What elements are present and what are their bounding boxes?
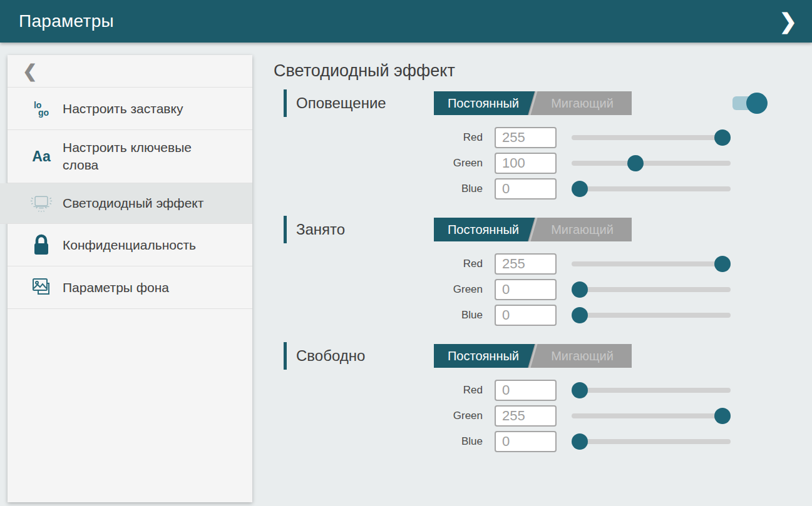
slider-thumb[interactable] [714,256,731,272]
channel-slider-red[interactable] [572,382,731,398]
channel-slider-red[interactable] [572,256,731,272]
content-title: Светодиодный эффект [274,61,812,81]
mode-option-constant-label: Постоянный [448,96,519,111]
channel-value-input-blue[interactable] [495,431,557,452]
sidebar: ❮ logo Настроить заставку Aa Настроить к… [8,55,252,502]
channel-value-input-green[interactable] [495,279,557,300]
sidebar-item-label: Светодиодный эффект [63,195,203,212]
enable-toggle[interactable] [732,92,768,114]
led-sections: Оповещение Постоянный Мигающий Red [274,88,812,452]
channel-slider-blue[interactable] [572,307,731,323]
color-channel-row: Red [426,253,812,275]
mode-option-blinking[interactable]: Мигающий [533,91,632,115]
section-accent-bar [284,216,287,243]
sidebar-item-1[interactable]: logo Настроить заставку [8,88,252,130]
mode-option-constant[interactable]: Постоянный [434,218,533,241]
color-channel-row: Blue [426,305,812,326]
channel-label: Red [426,384,495,397]
channel-slider-green[interactable] [572,281,731,298]
slider-track [572,186,731,191]
slider-track [572,261,731,266]
main-content: Светодиодный эффект Оповещение Постоянны… [252,43,812,506]
led-display-icon [30,192,53,215]
sidebar-menu: logo Настроить заставку Aa Настроить клю… [8,88,252,309]
layout: ❮ logo Настроить заставку Aa Настроить к… [0,43,812,506]
sidebar-item-3[interactable]: Светодиодный эффект [0,183,252,224]
app-header: Параметры ❯ [0,0,812,43]
slider-track [572,413,731,418]
slider-thumb[interactable] [572,433,588,450]
mode-option-constant-label: Постоянный [448,223,519,237]
slider-track [572,313,731,318]
channel-label: Green [426,410,495,422]
channel-label: Blue [426,183,495,195]
channel-slider-blue[interactable] [572,181,731,197]
page-title: Параметры [19,11,114,31]
channel-label: Red [426,258,495,270]
mode-segmented-control: Постоянный Мигающий [434,218,632,241]
channel-label: Green [426,283,495,296]
mode-segmented-control: Постоянный Мигающий [434,344,632,368]
sidebar-item-label: Конфиденциальность [63,236,196,254]
chevron-right-icon[interactable]: ❯ [779,11,798,32]
slider-track [572,439,731,444]
channel-label: Blue [426,435,495,448]
sidebar-item-2[interactable]: Aa Настроить ключевые слова [8,130,252,183]
slider-thumb[interactable] [714,408,731,424]
channel-value-input-red[interactable] [495,380,557,401]
sidebar-item-4[interactable]: Конфиденциальность [8,224,252,266]
section-accent-bar [284,342,287,370]
slider-track [572,287,731,292]
channel-label: Green [426,157,495,170]
channel-value-input-blue[interactable] [495,178,557,200]
slider-track [572,135,731,140]
mode-option-blinking-label: Мигающий [551,96,614,111]
channel-slider-red[interactable] [572,129,731,146]
slider-thumb[interactable] [572,181,588,197]
section-label: Свободно [296,347,434,365]
mode-option-constant[interactable]: Постоянный [434,91,533,115]
sidebar-item-label: Настроить заставку [63,100,183,118]
channel-value-input-red[interactable] [495,127,557,148]
lock-icon [30,234,53,256]
color-channel-row: Blue [426,431,812,452]
slider-track [572,161,731,166]
color-channel-row: Blue [426,178,812,200]
channel-label: Blue [426,309,495,321]
channel-value-input-green[interactable] [495,153,557,174]
slider-track [572,388,731,393]
mode-option-constant[interactable]: Постоянный [434,344,533,368]
channel-value-input-blue[interactable] [495,305,557,326]
sidebar-item-label: Настроить ключевые слова [63,139,213,174]
color-channel-row: Red [426,127,812,148]
toggle-knob [746,93,768,114]
slider-thumb[interactable] [627,155,644,171]
channel-slider-green[interactable] [572,155,731,171]
led-section-2: Занято Постоянный Мигающий Red [274,215,812,326]
mode-option-blinking[interactable]: Мигающий [533,344,632,368]
mode-option-blinking[interactable]: Мигающий [533,218,632,241]
mode-option-blinking-label: Мигающий [551,349,614,363]
keywords-icon: Aa [30,145,53,168]
mode-option-blinking-label: Мигающий [551,223,614,237]
channel-label: Red [426,131,495,144]
channel-slider-green[interactable] [572,408,731,424]
color-channel-row: Green [426,153,812,174]
color-channel-row: Green [426,279,812,300]
section-label: Оповещение [296,94,434,112]
channel-value-input-red[interactable] [495,253,557,275]
slider-thumb[interactable] [572,382,588,398]
channel-value-input-green[interactable] [495,405,557,427]
color-channel-row: Red [426,380,812,401]
section-label: Занято [296,221,434,238]
sidebar-item-5[interactable]: Параметры фона [8,266,252,309]
channel-slider-blue[interactable] [572,433,731,450]
slider-thumb[interactable] [572,307,588,323]
slider-thumb[interactable] [714,129,731,146]
logo-icon: logo [30,98,53,120]
mode-option-constant-label: Постоянный [448,349,519,363]
back-button[interactable]: ❮ [8,55,252,88]
slider-thumb[interactable] [572,281,588,298]
chevron-left-icon: ❮ [23,63,37,80]
images-icon [30,276,53,299]
